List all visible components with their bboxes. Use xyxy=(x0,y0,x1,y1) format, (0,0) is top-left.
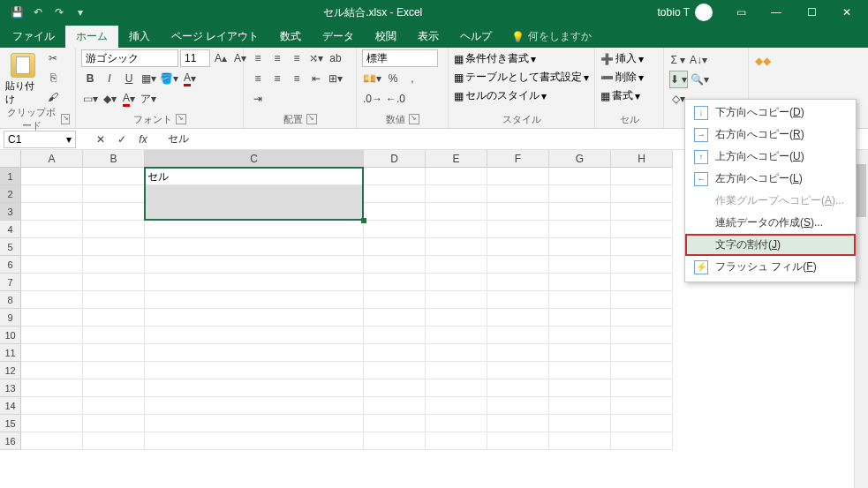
cell-C6[interactable] xyxy=(145,256,364,274)
cell-B6[interactable] xyxy=(83,256,145,274)
tab-formulas[interactable]: 数式 xyxy=(269,26,312,48)
row-header-5[interactable]: 5 xyxy=(0,238,21,256)
fill-menu-item[interactable]: ←左方向へコピー(L) xyxy=(685,168,856,190)
cell-B1[interactable] xyxy=(83,168,145,185)
cell-C5[interactable] xyxy=(145,238,364,256)
cell-F6[interactable] xyxy=(487,256,549,274)
fill-menu-item[interactable]: ↓下方向へコピー(D) xyxy=(685,101,856,124)
cell-E1[interactable] xyxy=(426,168,487,185)
row-header-15[interactable]: 15 xyxy=(0,415,21,432)
row-header-9[interactable]: 9 xyxy=(0,309,21,327)
col-header-C[interactable]: C xyxy=(145,150,364,168)
increase-font-icon[interactable]: A▴ xyxy=(212,49,230,67)
row-header-6[interactable]: 6 xyxy=(0,256,21,274)
cell-E5[interactable] xyxy=(426,238,487,256)
cell-D5[interactable] xyxy=(364,238,426,256)
cell-F11[interactable] xyxy=(487,344,549,362)
inc-decimal-icon[interactable]: .0→ xyxy=(362,90,383,108)
row-header-7[interactable]: 7 xyxy=(0,274,21,291)
col-header-F[interactable]: F xyxy=(487,150,549,168)
cell-F14[interactable] xyxy=(487,397,549,415)
cell-D2[interactable] xyxy=(364,185,426,203)
cell-D3[interactable] xyxy=(364,203,426,221)
row-header-12[interactable]: 12 xyxy=(0,362,21,379)
cut-icon[interactable]: ✂ xyxy=(44,49,62,67)
tab-file[interactable]: ファイル xyxy=(2,26,65,48)
cell-A13[interactable] xyxy=(21,379,83,397)
col-header-D[interactable]: D xyxy=(364,150,426,168)
cell-F5[interactable] xyxy=(487,238,549,256)
cell-E16[interactable] xyxy=(426,432,487,450)
align-middle-icon[interactable]: ≡ xyxy=(268,49,286,67)
cell-B10[interactable] xyxy=(83,327,145,344)
cell-H6[interactable] xyxy=(611,256,673,274)
dec-decimal-icon[interactable]: ←.0 xyxy=(385,90,406,108)
cell-A7[interactable] xyxy=(21,274,83,291)
fill-menu-item[interactable]: ↑上方向へコピー(U) xyxy=(685,146,856,168)
cell-G5[interactable] xyxy=(549,238,611,256)
fill-menu-item[interactable]: →右方向へコピー(R) xyxy=(685,124,856,146)
redo-icon[interactable]: ↷ xyxy=(51,4,67,20)
cell-C7[interactable] xyxy=(145,274,364,291)
cell-F7[interactable] xyxy=(487,274,549,291)
cell-A5[interactable] xyxy=(21,238,83,256)
underline-button[interactable]: U xyxy=(120,70,138,87)
comma-icon[interactable]: , xyxy=(404,70,421,87)
cell-A1[interactable] xyxy=(21,168,83,185)
cell-D8[interactable] xyxy=(364,291,426,309)
cell-H11[interactable] xyxy=(611,344,673,362)
col-header-A[interactable]: A xyxy=(21,150,83,168)
currency-icon[interactable]: 💴▾ xyxy=(362,70,382,87)
cell-C1[interactable]: セル xyxy=(145,168,364,185)
enter-formula-icon[interactable]: ✓ xyxy=(113,131,131,148)
format-painter-icon[interactable]: 🖌 xyxy=(44,88,62,106)
fill-color-icon[interactable]: 🪣▾ xyxy=(159,70,179,87)
percent-icon[interactable]: % xyxy=(384,70,402,87)
align-bottom-icon[interactable]: ≡ xyxy=(288,49,306,67)
cell-C15[interactable] xyxy=(145,415,364,432)
cell-H1[interactable] xyxy=(611,168,673,185)
cell-G15[interactable] xyxy=(549,415,611,432)
maximize-icon[interactable]: ☐ xyxy=(794,0,829,25)
cell-A8[interactable] xyxy=(21,291,83,309)
cell-B15[interactable] xyxy=(83,415,145,432)
cell-C16[interactable] xyxy=(145,432,364,450)
cell-E14[interactable] xyxy=(426,397,487,415)
cell-B2[interactable] xyxy=(83,185,145,203)
fill-handle[interactable] xyxy=(361,218,366,223)
format-cells-button[interactable]: ▦書式 ▾ xyxy=(600,88,640,103)
cell-E4[interactable] xyxy=(426,221,487,238)
cell-styles-button[interactable]: ▦セルのスタイル ▾ xyxy=(454,88,547,103)
fx-icon[interactable]: fx xyxy=(134,131,152,148)
cell-A14[interactable] xyxy=(21,397,83,415)
indent-dec-icon[interactable]: ⇤ xyxy=(307,70,325,87)
cell-A3[interactable] xyxy=(21,203,83,221)
cell-G9[interactable] xyxy=(549,309,611,327)
col-header-B[interactable]: B xyxy=(83,150,145,168)
cell-G16[interactable] xyxy=(549,432,611,450)
account[interactable]: tobio T xyxy=(658,4,713,21)
minimize-icon[interactable]: — xyxy=(759,0,794,25)
wrap-text-icon[interactable]: ab xyxy=(327,49,344,67)
cell-F9[interactable] xyxy=(487,309,549,327)
cell-C9[interactable] xyxy=(145,309,364,327)
cell-E9[interactable] xyxy=(426,309,487,327)
row-header-11[interactable]: 11 xyxy=(0,344,21,362)
cell-H10[interactable] xyxy=(611,327,673,344)
cell-B5[interactable] xyxy=(83,238,145,256)
cell-G1[interactable] xyxy=(549,168,611,185)
cell-G6[interactable] xyxy=(549,256,611,274)
cell-D13[interactable] xyxy=(364,379,426,397)
fill-menu-item[interactable]: ⚡フラッシュ フィル(F) xyxy=(685,256,856,278)
cell-A15[interactable] xyxy=(21,415,83,432)
cell-G14[interactable] xyxy=(549,397,611,415)
row-header-8[interactable]: 8 xyxy=(0,291,21,309)
cell-C14[interactable] xyxy=(145,397,364,415)
tab-page-layout[interactable]: ページ レイアウト xyxy=(161,26,269,48)
ribbon-display-icon[interactable]: ▭ xyxy=(723,0,759,25)
conditional-format-button[interactable]: ▦条件付き書式 ▾ xyxy=(454,51,536,66)
cell-F16[interactable] xyxy=(487,432,549,450)
row-header-13[interactable]: 13 xyxy=(0,379,21,397)
cell-G2[interactable] xyxy=(549,185,611,203)
cell-C12[interactable] xyxy=(145,362,364,379)
